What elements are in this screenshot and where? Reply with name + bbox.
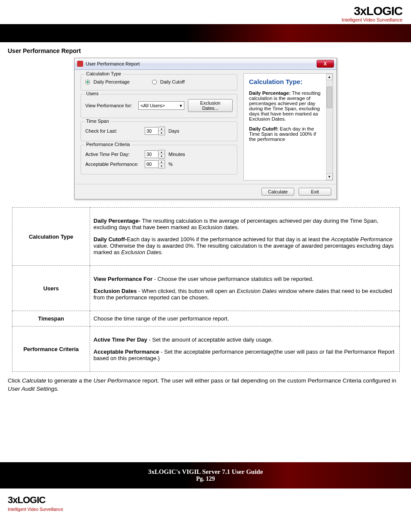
scroll-thumb[interactable] [327,87,332,108]
spin-down-icon[interactable]: ▼ [159,131,165,135]
field-label: Acceptable Performance: [85,162,141,167]
titlebar: User Performance Report X [75,58,336,70]
help-paragraph: Daily Percentage: The resulting calculat… [249,90,321,121]
term: Exclusion Dates [93,288,137,294]
header-bar [0,24,411,42]
unit-label: % [168,162,173,167]
table-row: Users View Performance For - Choose the … [12,266,400,311]
group-legend: Calculation Type [84,71,123,76]
acceptable-input[interactable] [145,160,159,168]
spin-up-icon[interactable]: ▲ [159,150,165,154]
logo-text: 3xLOGIC [0,4,402,18]
radio-daily-percentage[interactable] [85,80,90,84]
group-legend: Users [84,91,100,96]
term: Daily Cutoff- [93,236,127,243]
group-timespan: Time Span Check for Last: ▲▼ Days [81,121,237,141]
text: - When clicked, this button will open an [137,288,237,294]
exit-button[interactable]: Exit [299,188,331,196]
spin-up-icon[interactable]: ▲ [159,160,165,164]
exclusion-dates-button[interactable]: Exclusion Dates... [188,99,233,112]
timespan-spinner[interactable]: ▲▼ [145,127,165,135]
table-value: View Performance For - Choose the user w… [90,266,400,311]
scroll-down-icon[interactable]: ▼ [326,174,333,180]
table-row: Calculation Type Daily Percentage- The r… [12,208,400,266]
em: Calculate [22,377,46,384]
term: Active Time Per Day [93,336,147,343]
acceptable-spinner[interactable]: ▲▼ [145,160,165,168]
footer-logo: 3xLOGIC Intelligent Video Surveillance [0,488,411,518]
table-key: Users [12,266,90,311]
select-value: <All Users> [140,103,165,108]
spin-down-icon[interactable]: ▼ [159,164,165,168]
app-icon [77,61,83,67]
text: report. The user will either pass or fai… [140,377,396,384]
close-icon: X [324,61,327,66]
close-button[interactable]: X [317,60,334,68]
header-logo: 3xLOGIC Intelligent Video Surveillance [0,0,411,24]
group-legend: Time Span [84,118,111,124]
em: Exclusion Dates. [121,249,163,255]
help-term: Daily Percentage: [249,90,291,96]
page-footer-bar: 3xLOGIC's VIGIL Server 7.1 User Guide Pg… [0,462,411,488]
radio-label: Daily Percentage [93,79,130,84]
em: Exclusion Dates [237,288,277,294]
table-value: Daily Percentage- The resulting calculat… [90,208,400,266]
user-performance-dialog: User Performance Report X Calculation Ty… [74,58,337,199]
group-criteria: Performance Criteria Active Time Per Day… [81,145,237,174]
help-term: Daily Cutoff: [249,126,278,131]
em: User Performance [93,377,141,384]
term: Daily Percentage- [93,218,140,224]
dialog-footer: Calculate Exit [75,184,336,199]
section-heading: User Performance Report [0,42,411,58]
table-row: Performance Criteria Active Time Per Day… [12,327,400,372]
field-label: View Performance for: [85,103,135,108]
table-value: Choose the time range of the user perfor… [90,311,400,327]
text: - Set the amount of acceptable active da… [147,336,273,343]
group-legend: Performance Criteria [84,142,131,147]
table-value: Active Time Per Day - Set the amount of … [90,327,400,372]
table-key: Timespan [12,311,90,327]
unit-label: Minutes [168,152,185,157]
group-users: Users View Performance for: <All Users> … [81,94,237,118]
radio-label: Daily Cutoff [160,79,185,84]
users-select[interactable]: <All Users> ▾ [138,101,184,110]
logo-tagline: Intelligent Video Surveillance [0,17,402,22]
text: Each day is awarded 100% if the performa… [127,236,331,243]
text: - Choose the user whose performance stat… [153,276,314,282]
scroll-up-icon[interactable]: ▲ [326,74,333,80]
active-time-spinner[interactable]: ▲▼ [145,150,165,159]
calculate-button[interactable]: Calculate [262,188,294,196]
logo-text: 3xLOGIC [8,495,411,506]
help-title: Calculation Type: [249,78,321,85]
footer-title: 3xLOGIC's VIGIL Server 7.1 User Guide [0,468,411,476]
term: Acceptable Performance [93,348,159,355]
field-label: Check for Last: [85,128,141,134]
term: View Performance For [93,276,153,282]
timespan-input[interactable] [145,127,159,135]
radio-daily-cutoff[interactable] [152,80,157,84]
group-calc-type: Calculation Type Daily Percentage Daily … [81,74,237,90]
dialog-title: User Performance Report [86,61,140,66]
spin-down-icon[interactable]: ▼ [159,154,165,158]
help-pane: Calculation Type: Daily Percentage: The … [243,73,333,180]
table-key: Calculation Type [12,208,90,266]
spin-up-icon[interactable]: ▲ [159,127,165,131]
table-row: Timespan Choose the time range of the us… [12,311,400,327]
chevron-down-icon: ▾ [180,103,182,109]
body-paragraph: Click Calculate to generate a the User P… [0,377,411,411]
text: Click [8,377,22,384]
help-paragraph: Daily Cutoff: Each day in the Time Span … [249,126,321,142]
definition-table: Calculation Type Daily Percentage- The r… [12,207,400,372]
em: Acceptable Performance [331,236,392,243]
em: User Audit Settings. [8,386,59,392]
unit-label: Days [168,128,179,134]
footer-page: Pg. 129 [0,476,411,482]
text: to generate a the [46,377,93,384]
table-key: Performance Criteria [12,327,90,372]
active-time-input[interactable] [145,150,159,158]
logo-tagline: Intelligent Video Surveillance [8,507,63,512]
field-label: Active Time Per Day: [85,152,141,157]
